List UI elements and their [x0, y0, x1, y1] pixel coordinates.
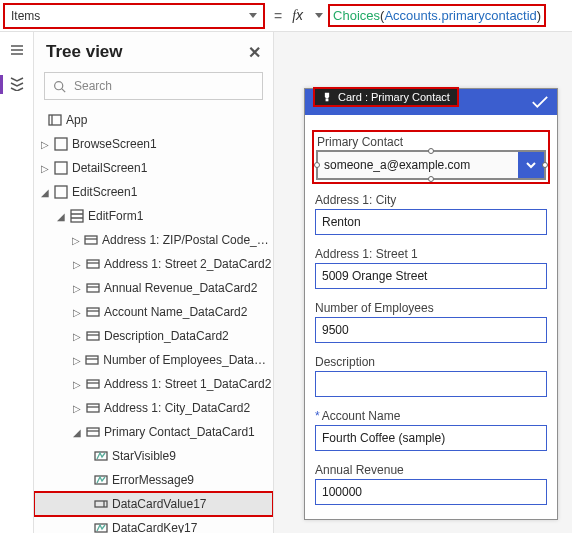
card-icon — [86, 377, 100, 391]
input-city[interactable]: Renton — [315, 209, 547, 235]
input-revenue[interactable]: 100000 — [315, 479, 547, 505]
close-icon[interactable]: ✕ — [248, 43, 261, 62]
input-street1[interactable]: 5009 Orange Street — [315, 263, 547, 289]
tree-node-browse[interactable]: BrowseScreen1 — [34, 132, 273, 156]
hamburger-icon[interactable] — [9, 42, 25, 61]
formula-bar: Items = fx Choices(Accounts.primaryconta… — [0, 0, 572, 32]
svg-rect-17 — [95, 501, 107, 507]
app-icon — [48, 113, 62, 127]
svg-rect-11 — [86, 356, 98, 364]
tree-node-card[interactable]: Address 1: Street 1_DataCard2 — [34, 372, 273, 396]
tree-node-form[interactable]: EditForm1 — [34, 204, 273, 228]
svg-rect-12 — [87, 380, 99, 388]
input-description[interactable] — [315, 371, 547, 397]
tree-node-error[interactable]: ErrorMessage9 — [34, 468, 273, 492]
input-employees[interactable]: 9500 — [315, 317, 547, 343]
card-icon — [86, 281, 100, 295]
svg-rect-5 — [71, 210, 83, 222]
screen-icon — [54, 161, 68, 175]
tree-node-datacardvalue[interactable]: DataCardValue17 — [34, 492, 273, 516]
svg-rect-9 — [87, 308, 99, 316]
field-revenue: Annual Revenue 100000 — [315, 463, 547, 505]
svg-rect-3 — [55, 162, 67, 174]
label-icon — [94, 473, 108, 487]
combobox-value: someone_a@example.com — [318, 158, 518, 172]
card-icon — [86, 305, 100, 319]
svg-rect-10 — [87, 332, 99, 340]
tree-node-detail[interactable]: DetailScreen1 — [34, 156, 273, 180]
tree-node-card[interactable]: Description_DataCard2 — [34, 324, 273, 348]
panel-title: Tree view — [46, 42, 123, 62]
collapse-icon[interactable] — [56, 211, 66, 222]
svg-rect-1 — [49, 115, 61, 125]
tree-node-app[interactable]: App — [34, 108, 273, 132]
property-dropdown[interactable]: Items — [4, 4, 264, 28]
label-icon — [94, 521, 108, 533]
card-icon — [86, 401, 100, 415]
field-description: Description — [315, 355, 547, 397]
tree-node-star[interactable]: StarVisible9 — [34, 444, 273, 468]
svg-rect-8 — [87, 284, 99, 292]
edit-form-card: Primary Contact someone_a@example.com Ad… — [304, 88, 558, 520]
field-city: Address 1: City Renton — [315, 193, 547, 235]
card-icon — [86, 257, 100, 271]
expand-icon[interactable] — [40, 139, 50, 150]
screen-icon — [54, 137, 68, 151]
tree-node-card[interactable]: Address 1: City_DataCard2 — [34, 396, 273, 420]
svg-rect-13 — [87, 404, 99, 412]
tree-node-edit[interactable]: EditScreen1 — [34, 180, 273, 204]
left-rail — [0, 32, 34, 533]
field-employees: Number of Employees 9500 — [315, 301, 547, 343]
chevron-down-icon[interactable] — [518, 152, 544, 178]
tree-node-card[interactable]: Address 1: Street 2_DataCard2 — [34, 252, 273, 276]
tree-node-card[interactable]: Annual Revenue_DataCard2 — [34, 276, 273, 300]
equals-sign: = — [270, 8, 286, 24]
card-icon — [84, 233, 98, 247]
screen-icon — [54, 185, 68, 199]
svg-rect-6 — [85, 236, 97, 244]
field-label: Primary Contact — [317, 135, 545, 149]
svg-rect-19 — [326, 98, 329, 101]
tree-node-card-pc[interactable]: Primary Contact_DataCard1 — [34, 420, 273, 444]
chevron-down-icon — [249, 13, 257, 18]
combobox-primary-contact[interactable]: someone_a@example.com — [317, 151, 545, 179]
combobox-icon — [94, 497, 108, 511]
tree-node-card[interactable]: Address 1: ZIP/Postal Code_DataCard2 — [34, 228, 273, 252]
fx-icon[interactable]: fx — [292, 7, 303, 24]
tree-node-card[interactable]: Account Name_DataCard2 — [34, 300, 273, 324]
expand-icon[interactable] — [40, 163, 50, 174]
form-icon — [70, 209, 84, 223]
svg-rect-4 — [55, 186, 67, 198]
svg-point-0 — [55, 81, 63, 89]
tree-icon[interactable] — [0, 75, 25, 94]
svg-rect-14 — [87, 428, 99, 436]
field-primary-contact: Primary Contact someone_a@example.com — [315, 133, 547, 181]
chevron-down-icon[interactable] — [315, 13, 323, 18]
search-placeholder: Search — [74, 79, 112, 93]
label-icon — [94, 449, 108, 463]
tree-node-card[interactable]: Number of Employees_DataCard2 — [34, 348, 273, 372]
tree: App BrowseScreen1 DetailScreen1 EditScre… — [34, 108, 273, 533]
tree-view-panel: Tree view ✕ Search App BrowseScreen1 De — [34, 32, 274, 533]
check-icon[interactable] — [531, 95, 549, 109]
field-account-name: *Account Name Fourth Coffee (sample) — [315, 409, 547, 451]
svg-rect-7 — [87, 260, 99, 268]
svg-rect-2 — [55, 138, 67, 150]
formula-text[interactable]: Choices(Accounts.primarycontactid) — [329, 5, 545, 26]
required-star-icon: * — [315, 409, 320, 423]
card-icon — [85, 353, 99, 367]
card-icon — [86, 425, 100, 439]
field-street1: Address 1: Street 1 5009 Orange Street — [315, 247, 547, 289]
tree-node-datacardkey[interactable]: DataCardKey17 — [34, 516, 273, 533]
canvas: Card : Primary Contact Primary Contact s… — [274, 32, 572, 533]
card-icon — [86, 329, 100, 343]
selection-breadcrumb[interactable]: Card : Primary Contact — [314, 88, 458, 106]
collapse-icon[interactable] — [40, 187, 50, 198]
search-input[interactable]: Search — [44, 72, 263, 100]
input-account-name[interactable]: Fourth Coffee (sample) — [315, 425, 547, 451]
property-name: Items — [11, 9, 40, 23]
